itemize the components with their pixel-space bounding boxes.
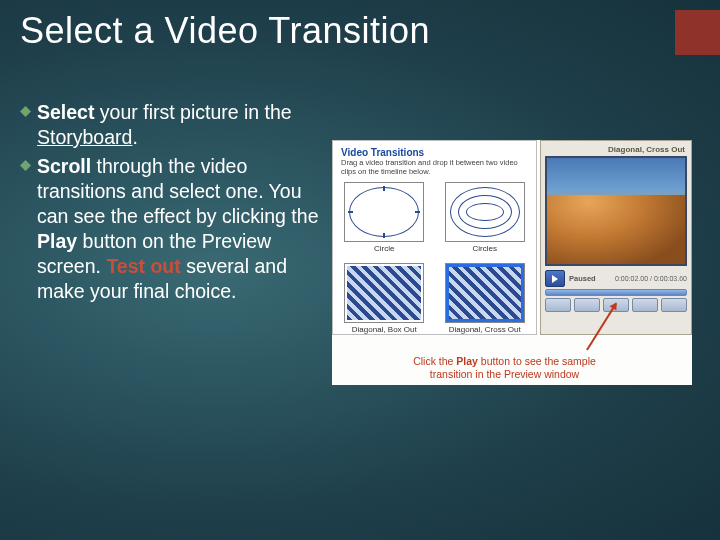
transition-label: Diagonal, Box Out xyxy=(341,325,428,334)
slide: Select a Video Transition Select your fi… xyxy=(0,0,720,540)
rewind-button[interactable] xyxy=(574,298,600,312)
figure-caption: Click the Play button to see the sample … xyxy=(357,355,652,381)
seek-track[interactable] xyxy=(545,289,687,296)
caption-text: Click the xyxy=(413,355,456,367)
transition-label: Diagonal, Cross Out xyxy=(442,325,529,334)
transition-thumb xyxy=(344,182,424,242)
figure-frame: Video Transitions Drag a video transitio… xyxy=(332,140,692,385)
caption-text: transition in the Preview window xyxy=(430,368,579,380)
next-button[interactable] xyxy=(632,298,658,312)
transition-item-diagonal-cross-out[interactable]: Diagonal, Cross Out xyxy=(442,263,529,334)
bullet-item: Select your first picture in the Storybo… xyxy=(20,100,320,150)
transition-item-diagonal-box-out[interactable]: Diagonal, Box Out xyxy=(341,263,428,334)
preview-status: Paused xyxy=(569,274,596,283)
transition-label: Circles xyxy=(442,244,529,253)
transition-label: Circle xyxy=(341,244,428,253)
body-area: Select your first picture in the Storybo… xyxy=(20,100,700,520)
preview-time: 0:00:02.00 / 0:00:03.60 xyxy=(615,275,687,282)
transition-thumb xyxy=(445,263,525,323)
bullet-item: Scroll through the video transitions and… xyxy=(20,154,320,304)
play-icon xyxy=(552,275,558,283)
transitions-grid: Circle Circles Diagonal, B xyxy=(341,182,528,334)
transition-thumb xyxy=(445,182,525,242)
transitions-title: Video Transitions xyxy=(341,147,528,158)
preview-screen xyxy=(545,156,687,266)
split-button[interactable] xyxy=(661,298,687,312)
play-button[interactable] xyxy=(545,270,565,287)
accent-square xyxy=(675,10,720,55)
transition-item-circles[interactable]: Circles xyxy=(442,182,529,253)
bullet-list: Select your first picture in the Storybo… xyxy=(20,100,320,520)
transition-item-circle[interactable]: Circle xyxy=(341,182,428,253)
caption-text: Play xyxy=(456,355,478,367)
bullet-marker-icon xyxy=(20,106,31,117)
bullet-text: Scroll through the video transitions and… xyxy=(37,154,320,304)
transition-thumb xyxy=(344,263,424,323)
prev-button[interactable] xyxy=(545,298,571,312)
video-transitions-panel: Video Transitions Drag a video transitio… xyxy=(332,140,537,335)
caption-text: button to see the sample xyxy=(478,355,596,367)
figure: Video Transitions Drag a video transitio… xyxy=(332,100,700,520)
slide-title: Select a Video Transition xyxy=(20,10,430,52)
preview-caption: Diagonal, Cross Out xyxy=(545,145,687,156)
title-bar: Select a Video Transition xyxy=(20,10,720,55)
transitions-subtitle: Drag a video transition and drop it betw… xyxy=(341,159,528,176)
bullet-text: Select your first picture in the Storybo… xyxy=(37,100,320,150)
bullet-marker-icon xyxy=(20,160,31,171)
